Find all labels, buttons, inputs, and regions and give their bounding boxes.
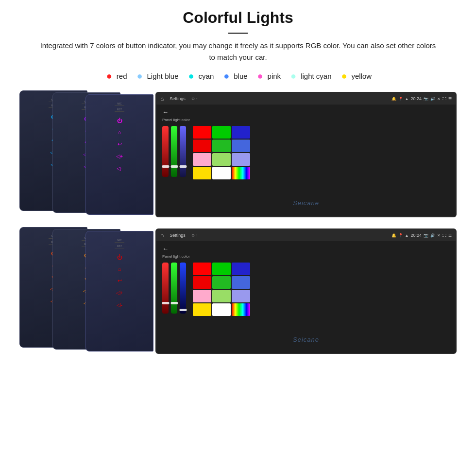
red-slider-bottom[interactable] [162, 263, 169, 314]
swatch-top-1[interactable] [212, 126, 231, 139]
swatch-bottom-4[interactable] [212, 276, 231, 289]
signal-icon: ▲ [405, 97, 409, 101]
rst-label-b3: RST [117, 245, 122, 247]
topbar-left-top: ⌂ Settings ⚙ ↑ [160, 95, 198, 102]
green-knob-bottom[interactable] [170, 302, 178, 304]
power-btn-3[interactable]: ⏻ [117, 118, 122, 123]
swatch-bottom-6[interactable] [193, 290, 211, 302]
swatch-top-5[interactable] [232, 140, 250, 152]
home-icon-bottom: ⌂ [160, 232, 164, 239]
blue-slider-bottom[interactable] [180, 263, 186, 314]
vol-dn-btn-3[interactable]: ◁- [117, 165, 122, 172]
red-knob-bottom[interactable] [162, 302, 169, 304]
back-btn-3[interactable]: ↩ [118, 141, 122, 147]
home-btn-b3[interactable]: ⌂ [118, 266, 121, 272]
blue-bulb-icon: ● [221, 70, 231, 82]
topbar-right-bottom: 🔔 📍 ▲ 20:24 📷 🔊 ✕ ⛶ ☰ [391, 233, 452, 238]
rgb-sliders-top [162, 126, 186, 177]
settings-label-bottom: Settings [170, 233, 186, 238]
swatch-top-7[interactable] [212, 153, 231, 166]
color-red: ● red [104, 70, 127, 82]
swatch-top-11[interactable] [232, 167, 250, 179]
cyan-bulb-icon: ● [187, 70, 196, 82]
green-slider-bottom[interactable] [171, 263, 177, 314]
bottom-unit-section: MIC RST ⏻ ⌂ ↩ ◁+ ◁- MIC RST [19, 226, 457, 355]
android-icon: ☰ [448, 97, 452, 101]
expand-icon: ⛶ [442, 97, 446, 101]
topbar-left-bottom: ⌂ Settings ⚙ ↑ [160, 232, 198, 239]
color-red-label: red [117, 72, 127, 80]
swatch-top-6[interactable] [193, 153, 211, 166]
volume-icon: 🔊 [430, 97, 435, 101]
color-lightblue-label: Light blue [147, 72, 178, 80]
swatch-top-3[interactable] [193, 140, 211, 152]
vol-dn-btn-b3[interactable]: ◁- [117, 302, 122, 308]
watermark-top: Seicane [293, 199, 319, 207]
color-pink-label: pink [268, 72, 281, 80]
swatch-bottom-8[interactable] [232, 290, 250, 302]
red-slider-top[interactable] [162, 126, 169, 177]
watermark-bottom: Seicane [293, 336, 319, 343]
blue-knob-bottom[interactable] [179, 309, 187, 311]
home-icon-top: ⌂ [160, 95, 164, 102]
alarm-icon-b: 🔔 [391, 233, 396, 238]
device-stack-bottom: MIC RST ⏻ ⌂ ↩ ◁+ ◁- MIC RST [19, 226, 155, 355]
swatch-bottom-9[interactable] [193, 303, 211, 316]
page-title: Colorful Lights [183, 9, 293, 27]
swatch-top-4[interactable] [212, 140, 231, 152]
swatch-top-10[interactable] [212, 167, 231, 179]
home-btn-3[interactable]: ⌂ [118, 129, 121, 135]
swatch-bottom-0[interactable] [193, 263, 211, 275]
swatch-bottom-10[interactable] [212, 303, 231, 316]
expand-icon-b: ⛶ [442, 233, 446, 238]
lightblue-bulb-icon: ● [135, 70, 144, 82]
settings-label-top: Settings [170, 96, 186, 101]
color-swatches-top [193, 126, 250, 179]
vol-up-btn-b3[interactable]: ◁+ [116, 290, 123, 296]
swatch-bottom-11[interactable] [232, 303, 250, 316]
swatch-bottom-2[interactable] [232, 263, 250, 275]
swatch-bottom-7[interactable] [212, 290, 231, 302]
green-knob-top[interactable] [170, 165, 178, 168]
blue-knob-top[interactable] [179, 165, 187, 168]
description-text: Integrated with 7 colors of button indic… [39, 40, 437, 63]
controls-bottom [162, 263, 450, 316]
pink-bulb-icon: ● [255, 70, 265, 82]
gear-icon-bottom: ⚙ ↑ [191, 233, 198, 238]
back-button-top[interactable]: ← [162, 108, 450, 116]
title-divider [228, 33, 248, 34]
lightcyan-bulb-icon: ● [289, 70, 298, 82]
back-button-bottom[interactable]: ← [162, 245, 450, 252]
signal-icon-b: ▲ [405, 233, 409, 238]
swatch-top-2[interactable] [232, 126, 250, 139]
red-bulb-icon: ● [104, 70, 114, 82]
swatch-bottom-5[interactable] [232, 276, 250, 289]
android-topbar-bottom: ⌂ Settings ⚙ ↑ 🔔 📍 ▲ 20:24 📷 🔊 ✕ ⛶ ☰ [156, 229, 456, 241]
color-cyan-label: cyan [199, 72, 214, 80]
close-icon: ✕ [437, 97, 441, 101]
swatch-bottom-3[interactable] [193, 276, 211, 289]
blue-slider-top[interactable] [180, 126, 186, 177]
mic-label-b3: MIC [117, 239, 121, 242]
swatch-top-0[interactable] [193, 126, 211, 139]
panel-light-title-top: Panel light color [162, 118, 450, 122]
android-topbar-top: ⌂ Settings ⚙ ↑ 🔔 📍 ▲ 20:24 📷 🔊 ✕ ⛶ ☰ [156, 93, 456, 105]
color-blue: ● blue [221, 70, 247, 82]
rgb-sliders-bottom [162, 263, 186, 314]
volume-icon-b: 🔊 [430, 233, 435, 238]
color-lightcyan-label: light cyan [301, 72, 331, 80]
device-layer-b3: MIC RST ⏻ ⌂ ↩ ◁+ ◁- [85, 231, 153, 352]
back-btn-b3[interactable]: ↩ [118, 278, 122, 284]
time-display-bottom: 20:24 [410, 233, 422, 238]
power-btn-b3[interactable]: ⏻ [117, 254, 122, 260]
swatch-top-8[interactable] [232, 153, 250, 166]
red-knob-top[interactable] [162, 165, 169, 168]
color-blue-label: blue [234, 72, 247, 80]
swatch-bottom-1[interactable] [212, 263, 231, 275]
color-legend-row: ● red ● Light blue ● cyan ● blue ● pink … [104, 70, 372, 82]
screen-bottom: ⌂ Settings ⚙ ↑ 🔔 📍 ▲ 20:24 📷 🔊 ✕ ⛶ ☰ [155, 228, 457, 354]
green-slider-top[interactable] [171, 126, 177, 177]
swatch-top-9[interactable] [193, 167, 211, 179]
camera-icon-b: 📷 [424, 233, 428, 238]
vol-up-btn-3[interactable]: ◁+ [116, 153, 123, 159]
